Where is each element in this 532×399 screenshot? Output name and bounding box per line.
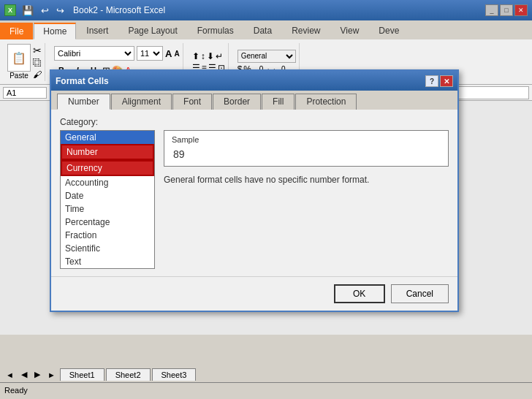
tab-data[interactable]: Data [244, 23, 281, 39]
sheet-nav-prev[interactable]: ◀ [18, 368, 30, 381]
dialog-close-button[interactable]: ✕ [440, 75, 453, 87]
dialog-tab-fill[interactable]: Fill [262, 94, 294, 110]
status-text: Ready [4, 386, 28, 395]
category-item-scientific[interactable]: Scientific [61, 242, 154, 255]
sheet-tab-2[interactable]: Sheet2 [106, 368, 151, 381]
tab-view[interactable]: View [331, 23, 369, 39]
category-item-text[interactable]: Text [61, 255, 154, 268]
category-item-percentage[interactable]: Percentage [61, 216, 154, 229]
dialog-title-controls: ? ✕ [425, 75, 453, 87]
tab-page-layout[interactable]: Page Layout [118, 23, 186, 39]
sheet-nav-left[interactable]: ◄ [3, 369, 17, 381]
sample-label: Sample [172, 135, 441, 144]
status-bar: Ready [0, 382, 532, 397]
paste-label: Paste [10, 72, 28, 80]
align-middle-button[interactable]: ↕ [201, 51, 205, 61]
category-item-fraction[interactable]: Fraction [61, 229, 154, 242]
font-family-select[interactable]: Calibri [54, 46, 134, 61]
excel-bottom: ◄ ◀ ▶ ► Sheet1 Sheet2 Sheet3 Ready [0, 367, 532, 399]
category-item-accounting[interactable]: Accounting [61, 176, 154, 189]
cancel-button[interactable]: Cancel [391, 284, 449, 303]
qa-redo[interactable]: ↪ [56, 5, 64, 16]
dialog-tab-alignment[interactable]: Alignment [111, 94, 172, 110]
increase-font-button[interactable]: A [165, 48, 172, 59]
dialog-body: Category: General Number Currency Accoun… [51, 110, 457, 276]
description-text: General format cells have no specific nu… [164, 174, 449, 186]
cut-button[interactable]: ✂ [33, 45, 42, 56]
category-label: Category: [60, 117, 449, 127]
clipboard-group: 📋 Paste ✂ ⿻ 🖌 [4, 43, 45, 81]
minimize-button[interactable]: _ [485, 4, 498, 16]
dialog-tab-font[interactable]: Font [172, 94, 212, 110]
title-bar-left: X 💾 ↩ ↪ Book2 - Microsoft Excel [4, 4, 165, 16]
excel-icon: X [4, 4, 16, 16]
name-box[interactable]: A1 [3, 87, 47, 99]
ok-button[interactable]: OK [334, 284, 385, 303]
right-panel: Sample 89 General format cells have no s… [164, 130, 449, 269]
qa-undo[interactable]: ↩ [41, 5, 49, 16]
sheet-tab-1[interactable]: Sheet1 [60, 368, 104, 381]
align-bottom-button[interactable]: ⬇ [207, 51, 214, 61]
dialog-main: General Number Currency Accounting Date … [60, 130, 449, 269]
dialog-title-bar: Format Cells ? ✕ [51, 72, 457, 91]
category-item-number[interactable]: Number [61, 144, 154, 160]
ribbon-tabs: File Home Insert Page Layout Formulas Da… [0, 20, 532, 39]
dialog-tab-border[interactable]: Border [213, 94, 261, 110]
sheet-tabs: ◄ ◀ ▶ ► Sheet1 Sheet2 Sheet3 [0, 367, 532, 382]
sample-section: Sample 89 [164, 130, 449, 167]
tab-developer[interactable]: Deve [369, 23, 408, 39]
sheet-tab-3[interactable]: Sheet3 [152, 368, 197, 381]
dialog-footer: OK Cancel [51, 276, 457, 311]
excel-window: X 💾 ↩ ↪ Book2 - Microsoft Excel _ □ ✕ Fi… [0, 0, 532, 399]
category-item-time[interactable]: Time [61, 202, 154, 216]
tab-home[interactable]: Home [34, 23, 76, 39]
dialog-tab-number[interactable]: Number [57, 94, 110, 110]
format-cells-dialog: Format Cells ? ✕ Number Alignment Font B… [50, 69, 459, 312]
tab-review[interactable]: Review [282, 23, 330, 39]
qa-save[interactable]: 💾 [22, 5, 34, 16]
category-item-date[interactable]: Date [61, 189, 154, 202]
dialog-help-button[interactable]: ? [425, 75, 438, 87]
tab-insert[interactable]: Insert [77, 23, 118, 39]
number-format-select[interactable]: General [238, 50, 296, 63]
decrease-font-button[interactable]: A [174, 50, 179, 58]
copy-button[interactable]: ⿻ [33, 58, 42, 68]
dialog-title: Format Cells [56, 76, 109, 86]
tab-formulas[interactable]: Formulas [188, 23, 243, 39]
dialog-tab-protection[interactable]: Protection [295, 94, 357, 110]
category-item-special[interactable]: Special [61, 268, 154, 269]
tab-file[interactable]: File [0, 23, 33, 39]
sheet-nav-next[interactable]: ▶ [31, 368, 43, 381]
sample-value: 89 [172, 147, 441, 162]
category-list[interactable]: General Number Currency Accounting Date … [60, 130, 155, 269]
wrap-text-button[interactable]: ↵ [216, 51, 223, 61]
category-item-general[interactable]: General [61, 131, 154, 144]
category-item-currency[interactable]: Currency [61, 160, 154, 176]
format-painter-button[interactable]: 🖌 [33, 69, 42, 80]
maximize-button[interactable]: □ [500, 4, 513, 16]
title-bar: X 💾 ↩ ↪ Book2 - Microsoft Excel _ □ ✕ [0, 0, 532, 20]
dialog-tabs: Number Alignment Font Border Fill Protec… [51, 91, 457, 110]
paste-button[interactable]: 📋 [7, 44, 31, 72]
sheet-nav-right[interactable]: ► [45, 369, 58, 381]
title-text: Book2 - Microsoft Excel [73, 5, 165, 15]
close-button[interactable]: ✕ [514, 4, 528, 16]
window-controls: _ □ ✕ [485, 4, 528, 16]
align-top-button[interactable]: ⬆ [192, 51, 200, 61]
font-size-select[interactable]: 11 [137, 46, 163, 61]
